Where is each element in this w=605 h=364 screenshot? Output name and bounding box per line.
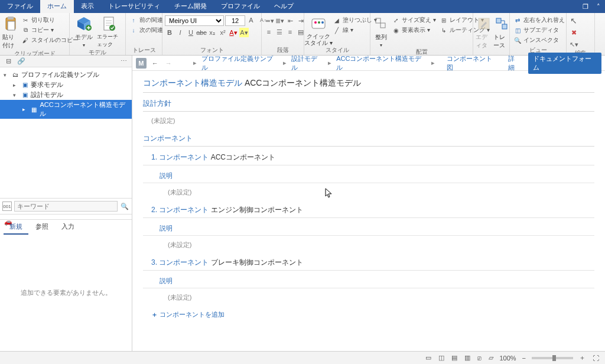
status-view1-icon[interactable]: ▭ bbox=[424, 354, 432, 362]
svg-rect-14 bbox=[380, 23, 385, 28]
component-item[interactable]: 2. コンポーネント エンジン制御コンポーネント bbox=[143, 199, 594, 218]
add-component-link[interactable]: コンポーネントを追加 bbox=[143, 304, 594, 319]
window-split-icon: ◫ bbox=[513, 26, 522, 34]
status-view6-icon[interactable]: ▱ bbox=[487, 354, 495, 362]
highlight-icon[interactable]: A▾ bbox=[239, 28, 249, 37]
document-pane: M ← → ▸ プロファイル定義サンプル ▸ 設計モデル ▸ ACCコンポーネン… bbox=[132, 56, 605, 351]
sidebar: ⊟ 🔗 ⋯ ▾🗂プロファイル定義サンプル ▸▣要求モデル ▾▣設計モデル ▸▦A… bbox=[0, 56, 132, 351]
window-restore-icon[interactable]: ❐ bbox=[579, 0, 592, 13]
superscript-icon[interactable]: x² bbox=[218, 28, 227, 37]
align-right-icon[interactable]: ≡ bbox=[285, 27, 295, 37]
pointer-icon[interactable]: ↖ bbox=[569, 16, 578, 25]
svg-point-10 bbox=[314, 21, 317, 24]
zoom-slider[interactable] bbox=[532, 357, 573, 359]
side-tab-input[interactable]: 入力 bbox=[56, 220, 80, 235]
tab-team[interactable]: チーム開発 bbox=[167, 0, 214, 13]
font-grow-icon[interactable]: A bbox=[246, 15, 256, 25]
svg-rect-13 bbox=[376, 18, 380, 23]
magnifier-icon: 🔍 bbox=[513, 36, 522, 44]
error-check-button[interactable]: エラーチェック bbox=[97, 14, 121, 48]
policy-unset[interactable]: (未設定) bbox=[143, 112, 594, 128]
font-size-input[interactable] bbox=[225, 15, 245, 26]
zoom-out-button[interactable]: − bbox=[521, 355, 527, 362]
select-dropdown-icon[interactable]: ↖▾ bbox=[569, 40, 578, 49]
tree-requirements[interactable]: ▸▣要求モデル bbox=[0, 80, 132, 90]
zoom-in-button[interactable]: ＋ bbox=[578, 353, 587, 362]
copy-icon: ⧉ bbox=[21, 26, 30, 34]
crumb-acc[interactable]: ACCコンポーネント構造モデル bbox=[336, 54, 427, 72]
chevron-up-icon[interactable]: ˄ bbox=[592, 0, 605, 13]
editor-button[interactable]: エディタ bbox=[476, 14, 492, 50]
align-left-icon[interactable]: ≡ bbox=[264, 27, 274, 37]
view-component-diagram[interactable]: コンポーネント図 bbox=[443, 54, 502, 72]
tree-acc-component[interactable]: ▸▦ACCコンポーネント構造モデル bbox=[0, 100, 132, 119]
show-element-button[interactable]: ◉要素表示 ▾ bbox=[391, 25, 437, 35]
size-change-button[interactable]: ⤢サイズ変え ▾ bbox=[391, 15, 437, 25]
eye-icon: ◉ bbox=[392, 26, 400, 34]
quick-style-button[interactable]: クイック スタイル ▾ bbox=[307, 14, 330, 46]
paste-button[interactable]: 貼り付け bbox=[2, 14, 19, 50]
view-detail[interactable]: 詳細 bbox=[505, 54, 525, 72]
status-view2-icon[interactable]: ◫ bbox=[437, 354, 445, 362]
zoom-fit-icon[interactable]: ⛶ bbox=[591, 355, 600, 362]
tree-root[interactable]: ▾🗂プロファイル定義サンプル bbox=[0, 70, 132, 80]
inspector-button[interactable]: 🔍インスペクタ bbox=[512, 35, 566, 45]
tree-link-icon[interactable]: 🔗 bbox=[17, 57, 26, 66]
trace-grid-icon bbox=[493, 15, 510, 32]
tree-collapse-icon[interactable]: ⊟ bbox=[4, 57, 13, 66]
number-list-icon[interactable]: ≣▾ bbox=[275, 16, 284, 25]
keyword-input[interactable] bbox=[14, 201, 118, 212]
side-tab-ref[interactable]: 参照 bbox=[30, 220, 54, 235]
component-desc-unset[interactable]: (未設定) bbox=[143, 183, 594, 199]
tab-view[interactable]: 表示 bbox=[74, 0, 101, 13]
bold-icon[interactable]: B bbox=[165, 28, 174, 37]
title-bar: ファイル ホーム 表示 トレーサビリティ チーム開発 プロファイル ヘルプ ❐ … bbox=[0, 0, 605, 13]
folder-icon: ▣ bbox=[21, 81, 29, 89]
tab-help[interactable]: ヘルプ bbox=[267, 0, 301, 13]
font-color-icon[interactable]: A▾ bbox=[229, 28, 238, 37]
pencil-square-icon bbox=[476, 15, 492, 32]
nav-back-button[interactable]: ← bbox=[150, 60, 160, 67]
crumb-design[interactable]: 設計モデル bbox=[291, 54, 323, 72]
crumb-root[interactable]: プロファイル定義サンプル bbox=[201, 54, 278, 72]
component-desc-unset[interactable]: (未設定) bbox=[143, 288, 594, 304]
tab-home[interactable]: ホーム bbox=[40, 0, 74, 13]
italic-icon[interactable]: I bbox=[175, 28, 185, 37]
align-button[interactable]: 整列▾ bbox=[373, 14, 389, 48]
status-view5-icon[interactable]: ⎚ bbox=[476, 355, 483, 362]
outdent-icon[interactable]: ⇤ bbox=[285, 16, 295, 25]
underline-icon[interactable]: U bbox=[186, 28, 196, 37]
tab-traceability[interactable]: トレーサビリティ bbox=[101, 0, 167, 13]
tree-design[interactable]: ▾▣設計モデル bbox=[0, 90, 132, 100]
prev-relation-button[interactable]: ↑前の関連 bbox=[128, 15, 164, 25]
swap-lr-button[interactable]: ⇄左右を入れ替え bbox=[512, 15, 566, 25]
side-empty-message: 追加できる要素がありません。 bbox=[0, 235, 132, 351]
svg-point-12 bbox=[321, 21, 324, 24]
trace-button[interactable]: トレース bbox=[493, 14, 510, 50]
component-desc-unset[interactable]: (未設定) bbox=[143, 236, 594, 252]
bullet-list-icon[interactable]: ≔▾ bbox=[264, 16, 274, 25]
tree-menu-icon[interactable]: ⋯ bbox=[119, 57, 128, 66]
status-view4-icon[interactable]: ▥ bbox=[463, 354, 471, 362]
profile-icon: 🗂 bbox=[11, 71, 19, 79]
palette-icon bbox=[310, 15, 327, 32]
component-item[interactable]: 3. コンポーネント ブレーキ制御コンポーネント bbox=[143, 252, 594, 271]
line-icon: ╱ bbox=[333, 26, 341, 34]
model-button[interactable]: モデル▾ bbox=[72, 14, 96, 48]
tab-profile[interactable]: プロファイル bbox=[214, 0, 267, 13]
tab-file[interactable]: ファイル bbox=[0, 0, 40, 13]
next-relation-button[interactable]: ↓次の関連 bbox=[128, 25, 164, 35]
subscript-icon[interactable]: x₂ bbox=[207, 28, 217, 37]
strike-icon[interactable]: abc bbox=[197, 28, 206, 37]
subeditor-button[interactable]: ◫サブエディタ bbox=[512, 25, 566, 35]
align-center-icon[interactable]: ☰ bbox=[275, 27, 284, 37]
nav-forward-button[interactable]: → bbox=[164, 60, 174, 67]
svg-point-8 bbox=[109, 25, 115, 31]
close-x-icon[interactable]: ✖ bbox=[569, 28, 578, 37]
status-view3-icon[interactable]: ▤ bbox=[450, 354, 458, 362]
component-item[interactable]: 1. コンポーネント ACCコンポーネント bbox=[143, 147, 594, 165]
swap-icon: ⇄ bbox=[513, 16, 522, 24]
side-tab-new[interactable]: 新規 bbox=[4, 220, 28, 235]
font-family-select[interactable]: Meiryo UI bbox=[165, 15, 224, 26]
search-icon[interactable]: 🔍 bbox=[120, 202, 129, 211]
